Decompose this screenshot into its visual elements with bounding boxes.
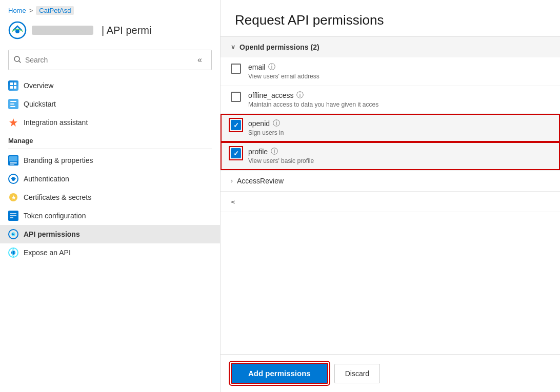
search-input[interactable] xyxy=(25,56,189,64)
page-title: | API permi xyxy=(102,25,151,36)
sidebar-item-token[interactable]: Token configuration xyxy=(0,207,220,225)
svg-rect-9 xyxy=(10,101,16,102)
sidebar-item-certificates[interactable]: ★ Certificates & secrets xyxy=(0,188,220,207)
svg-rect-11 xyxy=(10,106,15,107)
svg-rect-14 xyxy=(10,162,17,163)
sidebar-item-authentication[interactable]: Authentication xyxy=(0,170,220,188)
email-info: email ⓘ View users' email address xyxy=(248,63,550,80)
chevron-down-small-icon: ∨ xyxy=(230,200,237,204)
email-desc: View users' email address xyxy=(248,73,550,80)
offline-name: offline_access ⓘ xyxy=(248,91,550,100)
sidebar-item-label: API permissions xyxy=(24,230,80,238)
sidebar-item-label: Certificates & secrets xyxy=(24,193,91,201)
rocket-icon xyxy=(8,117,18,128)
overlay-title: Request API permissions xyxy=(235,12,546,28)
app-icon xyxy=(8,21,27,39)
svg-rect-15 xyxy=(10,164,14,164)
openid-info: openid ⓘ Sign users in xyxy=(248,119,550,136)
search-box[interactable]: « xyxy=(8,50,212,70)
permission-offline-access: offline_access ⓘ Maintain access to data… xyxy=(221,86,560,114)
sidebar-item-api-permissions[interactable]: API permissions xyxy=(0,225,220,243)
openid-info-icon: ⓘ xyxy=(273,119,280,128)
quickstart-icon xyxy=(8,99,18,109)
expose-icon xyxy=(8,247,18,258)
access-review-label: AccessReview xyxy=(237,177,284,185)
svg-point-27 xyxy=(11,251,15,255)
extra-section[interactable]: ∨ xyxy=(221,192,560,212)
sidebar-item-label: Branding & properties xyxy=(24,156,93,164)
sidebar-item-overview[interactable]: Overview xyxy=(0,76,220,95)
right-panel: API permissions Applications are authori… xyxy=(221,0,560,392)
offline-info: offline_access ⓘ Maintain access to data… xyxy=(248,91,550,108)
openid-desc: Sign users in xyxy=(248,129,550,136)
svg-rect-6 xyxy=(10,86,13,89)
openid-name: openid ⓘ xyxy=(248,119,550,128)
grid-icon xyxy=(8,80,18,91)
openid-section: ∨ OpenId permissions (2) email ⓘ xyxy=(221,37,560,171)
auth-icon xyxy=(8,174,18,184)
sidebar-item-label: Authentication xyxy=(24,175,69,183)
svg-line-3 xyxy=(19,61,21,63)
main-content: API permissions Applications are authori… xyxy=(221,0,560,392)
search-icon xyxy=(14,56,21,65)
sidebar-item-label: Overview xyxy=(24,81,53,90)
svg-rect-10 xyxy=(10,104,14,105)
nav-list: Overview Quickstart Integration assistan… xyxy=(0,76,220,392)
sidebar-item-label: Quickstart xyxy=(24,100,56,108)
permissions-list: ∨ OpenId permissions (2) email ⓘ xyxy=(221,37,560,354)
sidebar-item-label: Integration assistant xyxy=(24,118,88,127)
api-icon xyxy=(8,229,18,239)
sidebar-item-quickstart[interactable]: Quickstart xyxy=(0,95,220,113)
svg-point-17 xyxy=(12,178,15,181)
email-info-icon: ⓘ xyxy=(268,63,275,72)
access-review-section[interactable]: › AccessReview xyxy=(221,171,560,192)
offline-checkbox-wrapper[interactable] xyxy=(231,92,241,102)
svg-rect-5 xyxy=(14,82,16,85)
svg-rect-13 xyxy=(9,156,17,161)
profile-info-icon: ⓘ xyxy=(271,147,278,156)
permission-profile: profile ⓘ View users' basic profile xyxy=(221,142,560,170)
profile-info: profile ⓘ View users' basic profile xyxy=(248,147,550,164)
request-api-panel: Request API permissions ∨ OpenId permiss… xyxy=(221,0,560,392)
offline-desc: Maintain access to data you have given i… xyxy=(248,101,550,108)
profile-name: profile ⓘ xyxy=(248,147,550,156)
collapse-button[interactable]: « xyxy=(193,53,206,67)
discard-button[interactable]: Discard xyxy=(334,364,380,383)
breadcrumb-home[interactable]: Home xyxy=(8,7,26,14)
svg-rect-7 xyxy=(14,86,16,89)
breadcrumb: Home > CatPetAsd xyxy=(0,0,220,19)
sidebar-item-label: Expose an API xyxy=(24,249,71,257)
permission-email: email ⓘ View users' email address xyxy=(221,57,560,86)
profile-checkbox-wrapper[interactable] xyxy=(231,148,241,158)
overlay-header: Request API permissions xyxy=(221,0,560,37)
offline-info-icon: ⓘ xyxy=(296,91,304,100)
openid-section-header[interactable]: ∨ OpenId permissions (2) xyxy=(221,37,560,57)
openid-checkbox-wrapper[interactable] xyxy=(231,120,241,130)
profile-desc: View users' basic profile xyxy=(248,157,550,164)
overlay-footer: Add permissions Discard xyxy=(221,354,560,392)
chevron-down-icon: ∨ xyxy=(231,44,235,51)
branding-icon xyxy=(8,155,18,166)
token-icon xyxy=(8,211,18,221)
email-name: email ⓘ xyxy=(248,63,550,72)
sidebar-item-integration[interactable]: Integration assistant xyxy=(0,113,220,132)
svg-text:★: ★ xyxy=(11,195,16,200)
svg-rect-4 xyxy=(10,82,13,85)
app-header: | API permi xyxy=(0,19,220,46)
breadcrumb-sep: > xyxy=(29,7,33,14)
sidebar-item-label: Token configuration xyxy=(24,212,86,220)
manage-section-header: Manage xyxy=(0,132,220,149)
add-permissions-button[interactable]: Add permissions xyxy=(231,363,328,384)
chevron-right-icon: › xyxy=(231,177,233,184)
sidebar-item-branding[interactable]: Branding & properties xyxy=(0,151,220,170)
openid-section-label: OpenId permissions (2) xyxy=(239,43,319,51)
app-name-blur xyxy=(32,26,93,35)
permission-openid: openid ⓘ Sign users in xyxy=(221,114,560,142)
email-checkbox-wrapper[interactable] xyxy=(231,64,241,74)
left-panel: Home > CatPetAsd | API permi « xyxy=(0,0,221,392)
certs-icon: ★ xyxy=(8,192,18,202)
sidebar-item-expose-api[interactable]: Expose an API xyxy=(0,243,220,262)
breadcrumb-app: CatPetAsd xyxy=(36,6,74,15)
